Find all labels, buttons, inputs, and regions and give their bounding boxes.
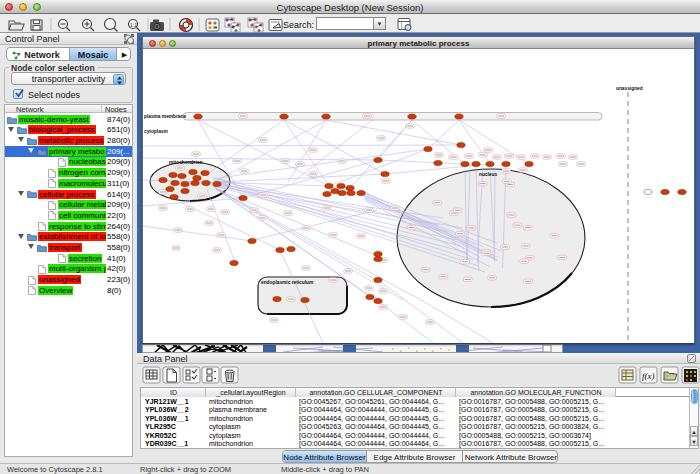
svg-text:nucleus: nucleus <box>479 172 497 177</box>
svg-text:1:1: 1:1 <box>130 22 137 28</box>
svg-text:endoplasmic reticulum: endoplasmic reticulum <box>261 280 313 285</box>
svg-text:plasma membrane: plasma membrane <box>144 114 186 119</box>
svg-text:unassigned: unassigned <box>616 86 643 91</box>
svg-text:f(x): f(x) <box>642 371 655 381</box>
svg-text:Search:: Search: <box>283 20 314 30</box>
svg-text:cytoplasm: cytoplasm <box>144 129 168 134</box>
svg-text:mitochondrion: mitochondrion <box>169 160 203 165</box>
